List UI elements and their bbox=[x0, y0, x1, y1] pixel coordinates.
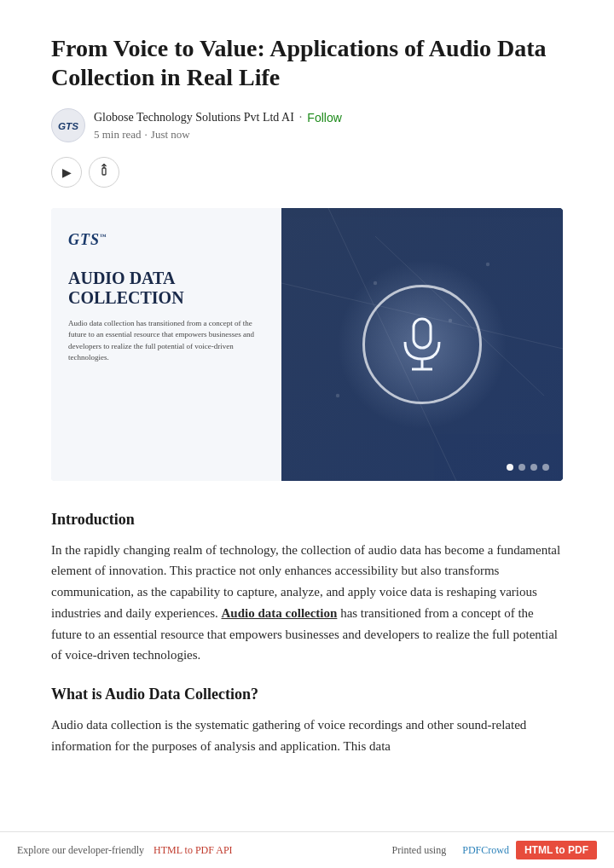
timestamp: Just now bbox=[151, 126, 190, 143]
read-time: 5 min read bbox=[94, 126, 142, 143]
meta-separator: · bbox=[145, 126, 148, 143]
share-icon bbox=[98, 164, 110, 180]
gts-logo: GTS™ bbox=[68, 229, 264, 252]
hero-title: AUDIO DATA COLLECTION bbox=[68, 269, 264, 308]
share-button[interactable] bbox=[89, 157, 119, 188]
carousel-dot-2[interactable] bbox=[518, 464, 525, 471]
dots-row bbox=[507, 464, 549, 471]
author-row: GTS Globose Technology Solutions Pvt Ltd… bbox=[51, 108, 563, 143]
svg-rect-2 bbox=[102, 168, 106, 175]
mic-circle bbox=[362, 285, 482, 404]
dot-separator: · bbox=[299, 108, 303, 126]
article-container: From Voice to Value: Applications of Aud… bbox=[0, 0, 614, 757]
hero-subtitle: Audio data collection has transitioned f… bbox=[68, 318, 264, 364]
what-is-paragraph: Audio data collection is the systematic … bbox=[51, 715, 563, 757]
author-name-row: Globose Technology Solutions Pvt Ltd AI … bbox=[94, 108, 342, 126]
introduction-paragraph: In the rapidly changing realm of technol… bbox=[51, 540, 563, 667]
what-is-heading: What is Audio Data Collection? bbox=[51, 683, 563, 706]
author-name: Globose Technology Solutions Pvt Ltd AI bbox=[94, 108, 294, 126]
carousel-dot-3[interactable] bbox=[530, 464, 537, 471]
glow-effect bbox=[337, 259, 507, 430]
hero-right bbox=[281, 208, 563, 481]
author-info: Globose Technology Solutions Pvt Ltd AI … bbox=[94, 108, 342, 143]
introduction-section: Introduction In the rapidly changing rea… bbox=[51, 508, 563, 667]
article-title: From Voice to Value: Applications of Aud… bbox=[51, 34, 563, 91]
audio-data-collection-link[interactable]: Audio data collection bbox=[222, 606, 338, 620]
hero-inner: GTS™ AUDIO DATA COLLECTION Audio data co… bbox=[51, 208, 563, 481]
hero-left: GTS™ AUDIO DATA COLLECTION Audio data co… bbox=[51, 208, 281, 481]
svg-point-10 bbox=[486, 262, 489, 265]
hero-image: GTS™ AUDIO DATA COLLECTION Audio data co… bbox=[51, 208, 563, 481]
what-is-section: What is Audio Data Collection? Audio dat… bbox=[51, 683, 563, 757]
carousel-dot-4[interactable] bbox=[542, 464, 549, 471]
actions-row: ▶ bbox=[51, 157, 563, 188]
play-icon: ▶ bbox=[62, 165, 72, 179]
svg-text:GTS: GTS bbox=[58, 120, 78, 131]
introduction-heading: Introduction bbox=[51, 508, 563, 531]
carousel-dot-1[interactable] bbox=[507, 464, 513, 471]
avatar: GTS bbox=[51, 108, 85, 142]
follow-button[interactable]: Follow bbox=[307, 111, 341, 124]
svg-point-9 bbox=[336, 393, 339, 396]
play-button[interactable]: ▶ bbox=[51, 157, 82, 188]
meta-row: 5 min read · Just now bbox=[94, 126, 342, 143]
